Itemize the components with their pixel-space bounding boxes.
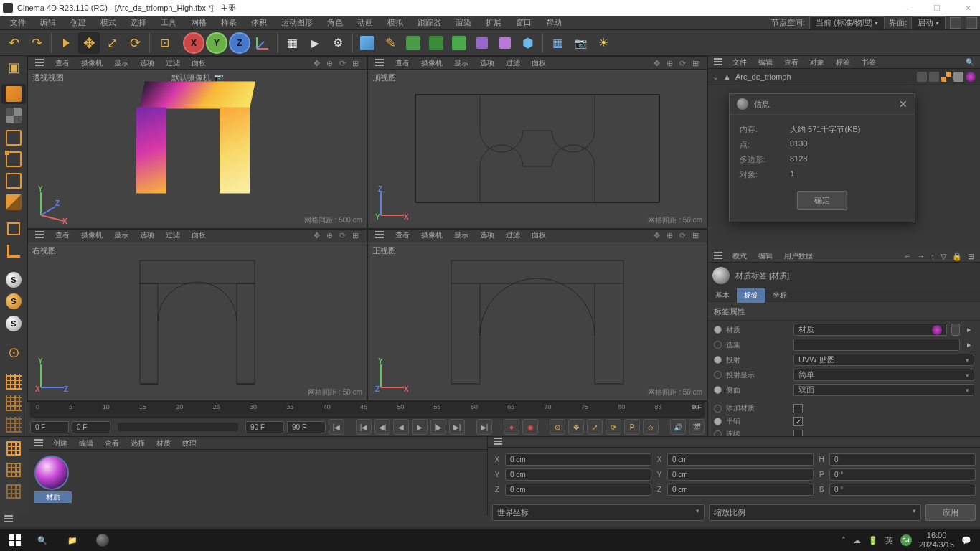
- texture-mode[interactable]: [1, 105, 26, 126]
- tab-basic[interactable]: 基本: [708, 288, 737, 303]
- layout-btn-2[interactable]: [966, 17, 977, 29]
- vp-filter[interactable]: 过滤: [160, 230, 186, 241]
- coord-h[interactable]: 0: [829, 453, 976, 466]
- taskbar-c4d[interactable]: [88, 530, 117, 550]
- hamburger-icon[interactable]: [714, 252, 722, 259]
- attr-projection-field[interactable]: UVW 贴图▾: [793, 354, 974, 366]
- deformer-button[interactable]: [471, 32, 493, 54]
- hamburger-icon[interactable]: [375, 231, 384, 238]
- vp-options[interactable]: 选项: [474, 230, 500, 241]
- mm-texture[interactable]: 纹理: [176, 438, 202, 449]
- mm-view[interactable]: 查看: [99, 438, 125, 449]
- nav-up-icon[interactable]: ↑: [931, 252, 936, 261]
- tray-badge[interactable]: 54: [900, 534, 912, 546]
- nav-icon[interactable]: ✥: [314, 59, 322, 67]
- tray-battery-icon[interactable]: 🔋: [868, 536, 878, 545]
- coord-sx[interactable]: 0 cm: [667, 453, 814, 466]
- hamburger-icon[interactable]: [35, 59, 44, 66]
- workplane-grid3[interactable]: [1, 415, 26, 435]
- vp-display[interactable]: 显示: [108, 57, 134, 69]
- close-button[interactable]: ✕: [959, 4, 977, 13]
- expand-icon[interactable]: ⌄: [712, 72, 719, 82]
- vp-camera[interactable]: 摄像机: [75, 57, 108, 69]
- render-view-button[interactable]: ▦: [281, 32, 303, 54]
- edge-mode[interactable]: [1, 171, 26, 191]
- key-pla[interactable]: ◇: [643, 419, 659, 435]
- menu-tracker[interactable]: 跟踪器: [410, 16, 448, 29]
- max-icon[interactable]: ⊞: [352, 59, 361, 67]
- point-mode[interactable]: [1, 149, 26, 169]
- vp-panel[interactable]: 面板: [526, 230, 552, 241]
- enable-axis[interactable]: [1, 219, 26, 239]
- mat-grid1[interactable]: [1, 438, 26, 458]
- nav-icon[interactable]: ✥: [654, 231, 662, 240]
- vp-camera[interactable]: 摄像机: [75, 230, 108, 241]
- menu-volume[interactable]: 体积: [244, 16, 274, 29]
- vp-filter[interactable]: 过滤: [160, 57, 186, 69]
- coord-space-select[interactable]: 世界坐标▾: [492, 504, 705, 521]
- hamburger-icon[interactable]: [34, 439, 43, 446]
- om-object[interactable]: 对象: [804, 57, 830, 68]
- mm-create[interactable]: 创建: [47, 438, 73, 449]
- am-mode[interactable]: 模式: [727, 250, 753, 262]
- viewport-right[interactable]: 查看 摄像机 显示 选项 过滤 面板 ✥⊕⟳⊞ 右视图: [27, 229, 367, 402]
- attr-material-field[interactable]: 材质: [793, 324, 947, 336]
- workplane-grid1[interactable]: [1, 371, 26, 391]
- link-icon[interactable]: ▸: [964, 325, 974, 334]
- next-frame[interactable]: |▶: [430, 419, 446, 435]
- prev-key[interactable]: |◀: [356, 419, 372, 435]
- viewport-solo[interactable]: [1, 241, 26, 261]
- taskbar-explorer[interactable]: 📁: [58, 530, 87, 550]
- tag-uvw[interactable]: [941, 72, 951, 82]
- field-button[interactable]: [494, 32, 516, 54]
- tab-tag[interactable]: 标签: [737, 288, 765, 303]
- record-button[interactable]: ●: [504, 419, 519, 435]
- menu-edit[interactable]: 编辑: [33, 16, 63, 29]
- dialog-close-button[interactable]: ✕: [899, 98, 908, 110]
- viewport-top[interactable]: 查看 摄像机 显示 选项 过滤 面板 ✥⊕⟳⊞ 顶视图: [367, 56, 707, 229]
- light-button[interactable]: ☀: [593, 32, 614, 54]
- autokey-button[interactable]: ◉: [522, 419, 538, 435]
- vp-view[interactable]: 查看: [50, 57, 75, 69]
- spinner[interactable]: [951, 324, 960, 336]
- hamburger-icon[interactable]: [714, 58, 722, 65]
- model-mode[interactable]: [1, 84, 26, 104]
- frame-total[interactable]: 90 F: [287, 421, 326, 433]
- zoom-icon[interactable]: ⊕: [666, 231, 675, 240]
- zoom-icon[interactable]: ⊕: [326, 231, 335, 240]
- menu-mograph[interactable]: 运动图形: [274, 16, 320, 29]
- menu-animate[interactable]: 动画: [350, 16, 380, 29]
- material-item[interactable]: 材质: [34, 456, 72, 503]
- tray-notifications-icon[interactable]: 💬: [961, 536, 971, 545]
- viewport-front[interactable]: 查看 摄像机 显示 选项 过滤 面板 ✥⊕⟳⊞ 正视图: [367, 229, 707, 402]
- attr-tile-check[interactable]: [793, 417, 803, 426]
- zoom-icon[interactable]: ⊕: [326, 59, 335, 67]
- pen-tool[interactable]: ✎: [380, 32, 401, 54]
- vis-render[interactable]: [929, 72, 939, 82]
- start-button[interactable]: [3, 530, 27, 550]
- menu-file[interactable]: 文件: [3, 16, 33, 29]
- attr-continuous-check[interactable]: [793, 430, 803, 437]
- cube-primitive[interactable]: [357, 32, 378, 54]
- frame-start[interactable]: 0 F: [30, 421, 69, 433]
- menu-extensions[interactable]: 扩展: [479, 16, 509, 29]
- menu-tools[interactable]: 工具: [154, 16, 184, 29]
- timeline-ruler[interactable]: 051015202530354045505560657075808590 0 F: [30, 402, 705, 418]
- vp-camera[interactable]: 摄像机: [415, 230, 448, 241]
- generator2-button[interactable]: [425, 32, 447, 54]
- move-tool[interactable]: ✥: [78, 32, 100, 54]
- vp-options[interactable]: 选项: [134, 57, 160, 69]
- undo-button[interactable]: ↶: [3, 32, 24, 54]
- vp-panel[interactable]: 面板: [186, 230, 212, 241]
- mat-grid3[interactable]: [1, 481, 26, 501]
- material-thumb[interactable]: [34, 456, 69, 490]
- vis-editor[interactable]: [917, 72, 927, 82]
- next-key[interactable]: ▶|: [449, 419, 465, 435]
- om-tags[interactable]: 标签: [830, 57, 856, 68]
- coord-b[interactable]: 0 °: [829, 484, 976, 496]
- tag-phong[interactable]: [953, 72, 963, 82]
- vp-filter[interactable]: 过滤: [500, 57, 526, 69]
- key-opt1[interactable]: ⊙: [550, 419, 565, 435]
- vp-panel[interactable]: 面板: [186, 57, 212, 69]
- snap-s3[interactable]: S: [1, 313, 26, 333]
